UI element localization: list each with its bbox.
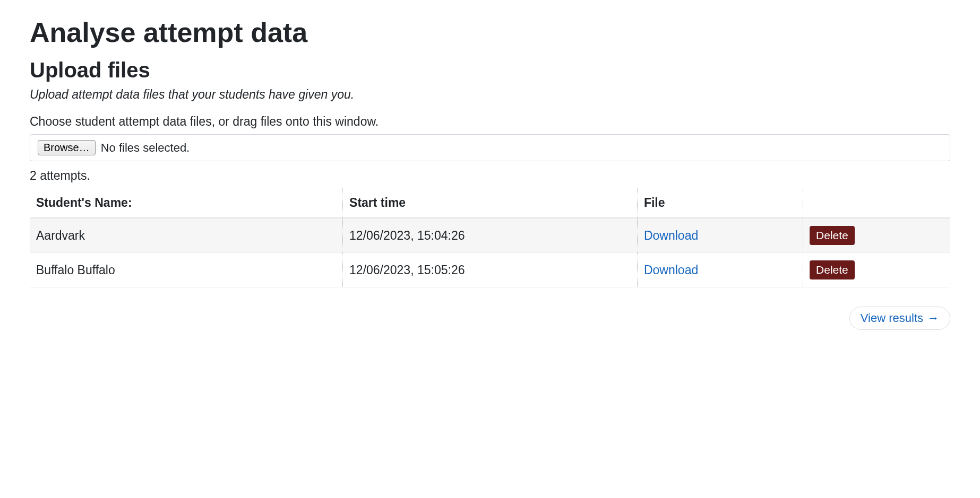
cell-action: Delete [803,253,950,287]
cell-action: Delete [803,218,950,253]
table-row: Aardvark 12/06/2023, 15:04:26 Download D… [30,218,950,253]
cell-file: Download [637,218,803,253]
footer-actions: View results → [30,307,950,330]
file-status: No files selected. [101,141,190,155]
attempts-count: 2 attempts. [30,169,950,183]
download-link[interactable]: Download [644,229,698,242]
upload-instructions: Choose student attempt data files, or dr… [30,115,950,129]
delete-button[interactable]: Delete [810,226,855,245]
header-start: Start time [343,188,638,218]
browse-button[interactable]: Browse… [38,140,96,155]
cell-name: Buffalo Buffalo [30,253,343,287]
file-input[interactable]: Browse… No files selected. [30,134,950,161]
upload-subtext: Upload attempt data files that your stud… [30,88,950,102]
cell-name: Aardvark [30,218,343,253]
table-header-row: Student's Name: Start time File [30,188,950,218]
attempts-table: Student's Name: Start time File Aardvark… [30,188,950,287]
delete-button[interactable]: Delete [810,260,855,279]
page-title: Analyse attempt data [30,16,950,49]
cell-start: 12/06/2023, 15:05:26 [343,253,638,287]
header-name: Student's Name: [30,188,343,218]
upload-heading: Upload files [30,58,950,82]
arrow-right-icon: → [927,311,939,325]
header-action [803,188,950,218]
download-link[interactable]: Download [644,263,698,277]
cell-start: 12/06/2023, 15:04:26 [343,218,638,253]
table-row: Buffalo Buffalo 12/06/2023, 15:05:26 Dow… [30,253,950,287]
cell-file: Download [637,253,803,287]
view-results-button[interactable]: View results → [849,307,950,330]
header-file: File [637,188,803,218]
view-results-label: View results [861,311,923,325]
